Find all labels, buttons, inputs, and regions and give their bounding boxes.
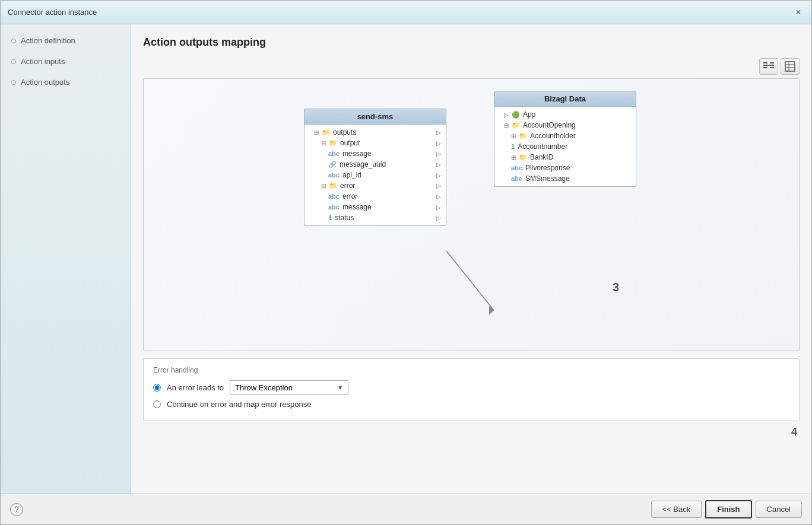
arrow-icon: ▷ (436, 172, 441, 179)
node-label: SMSmessage (525, 174, 570, 183)
footer-right: << Back Finish Cancel (651, 500, 802, 518)
svg-rect-0 (763, 62, 767, 63)
tree-node: ⊟ 📁 error ▷ (304, 180, 446, 191)
app-icon: 🟢 (512, 111, 520, 119)
tree-node: abc SMSmessage (494, 173, 636, 184)
connector-svg (144, 79, 799, 351)
node-label: AccountOpening (523, 121, 576, 129)
arrow-icon: ▷ (436, 183, 441, 189)
back-button[interactable]: << Back (651, 501, 702, 518)
node-label: error (342, 192, 357, 201)
mapping-view-button[interactable] (759, 58, 778, 75)
node-label: message_uuid (340, 160, 386, 168)
error-dropdown[interactable]: Throw Exception ▼ (230, 380, 348, 395)
error-option-1: An error leads to Throw Exception ▼ (153, 380, 789, 395)
folder-icon: 📁 (519, 154, 527, 161)
svg-rect-3 (770, 62, 774, 63)
type-icon: abc (328, 203, 340, 211)
tree-node: abc Plivoresponse (494, 163, 636, 173)
type-icon: abc (328, 193, 340, 200)
step-number-4: 4 (143, 421, 800, 441)
tree-node: abc message ▷ (304, 148, 446, 159)
svg-rect-1 (763, 65, 767, 66)
error-handling-title: Error handling (153, 366, 789, 374)
sidebar-item-action-definition[interactable]: Action definition (8, 34, 123, 47)
footer-left: ? (10, 503, 23, 516)
sidebar-label-action-definition: Action definition (21, 36, 75, 45)
error-radio-2[interactable] (153, 400, 161, 408)
table-icon (785, 61, 795, 72)
folder-icon: 📁 (329, 139, 337, 147)
expand-icon: ⊟ (321, 140, 327, 147)
source-tree-box: send-sms ⊟ 📁 outputs ▷ ⊟ (304, 109, 446, 226)
sidebar-label-action-inputs: Action inputs (21, 57, 65, 66)
source-box-content: ⊟ 📁 outputs ▷ ⊟ 📁 output ▷ (304, 125, 446, 225)
expand-icon: ⊟ (504, 122, 510, 129)
folder-icon: 📁 (512, 122, 520, 129)
arrow-icon: ▷ (436, 215, 441, 221)
step-number-3: 3 (613, 281, 619, 294)
tree-node: 1 status ▷ (304, 212, 446, 223)
tree-node: ⊞ 📁 BankID (494, 152, 636, 163)
arrow-icon: ▷ (436, 140, 441, 147)
dialog-footer: ? << Back Finish Cancel (1, 494, 811, 524)
arrow-icon: ▷ (436, 204, 441, 211)
mapping-icon (763, 61, 775, 72)
dialog-title: Connector action instance (8, 8, 97, 17)
svg-rect-6 (785, 62, 795, 71)
tree-node: abc message ▷ (304, 202, 446, 212)
target-box-title: Bizagi Data (494, 91, 636, 107)
svg-rect-5 (770, 67, 774, 68)
node-label: api_id (342, 171, 361, 179)
title-bar: Connector action instance × (1, 1, 811, 24)
mapping-canvas: 3 send-sms ⊟ 📁 outputs ▷ (144, 79, 799, 351)
finish-button[interactable]: Finish (705, 500, 751, 518)
node-label: message (342, 203, 372, 211)
sidebar: Action definition Action inputs Action o… (1, 24, 131, 494)
error-option-1-label[interactable]: An error leads to (167, 383, 224, 392)
tree-node: ⊟ 📁 output ▷ (304, 138, 446, 148)
tree-node: abc api_id ▷ (304, 170, 446, 180)
tree-node: ⊞ 📁 Accountholder (494, 131, 636, 141)
tree-node: 1 Accountnumber (494, 141, 636, 152)
folder-icon: 📁 (322, 129, 330, 136)
expand-icon: ⊟ (314, 129, 320, 136)
error-option-2-label[interactable]: Continue on error and map error response (167, 400, 312, 409)
sidebar-item-action-outputs[interactable]: Action outputs (8, 75, 123, 89)
type-icon: 1 (511, 143, 515, 150)
svg-rect-4 (770, 65, 774, 66)
dialog-body: Action definition Action inputs Action o… (1, 24, 811, 494)
target-tree-box: Bizagi Data ▷ 🟢 App ⊟ 📁 (494, 91, 636, 187)
cancel-button[interactable]: Cancel (756, 501, 802, 518)
svg-line-10 (446, 251, 494, 310)
type-icon: abc (511, 164, 522, 171)
expand-icon: ▷ (504, 112, 510, 118)
error-option-2: Continue on error and map error response (153, 400, 789, 409)
tree-node: ⊟ 📁 outputs ▷ (304, 127, 446, 138)
close-button[interactable]: × (792, 7, 804, 18)
type-icon: 🔗 (328, 161, 337, 168)
sidebar-label-action-outputs: Action outputs (21, 78, 69, 87)
table-view-button[interactable] (781, 58, 800, 75)
type-icon: abc (328, 171, 340, 179)
expand-icon: ⊞ (511, 154, 517, 161)
sidebar-item-action-inputs[interactable]: Action inputs (8, 55, 123, 68)
node-label: App (523, 110, 535, 119)
node-label: BankID (530, 153, 553, 161)
dropdown-value: Throw Exception (235, 383, 293, 392)
node-label: error (340, 182, 355, 190)
node-label: message (342, 149, 372, 158)
node-label: Accountholder (530, 132, 576, 140)
bullet-icon (11, 80, 16, 85)
help-button[interactable]: ? (10, 503, 23, 516)
mapping-toolbar (143, 58, 800, 75)
dropdown-arrow-icon: ▼ (337, 384, 343, 391)
target-box-content: ▷ 🟢 App ⊟ 📁 AccountOpening (494, 107, 636, 186)
folder-icon: 📁 (329, 182, 337, 190)
type-icon: 1 (328, 214, 332, 221)
error-handling-section: Error handling An error leads to Throw E… (143, 358, 800, 421)
arrow-icon: ▷ (436, 193, 441, 200)
tree-node: 🔗 message_uuid ▷ (304, 159, 446, 170)
error-radio-1[interactable] (153, 384, 161, 392)
type-icon: abc (511, 175, 522, 182)
